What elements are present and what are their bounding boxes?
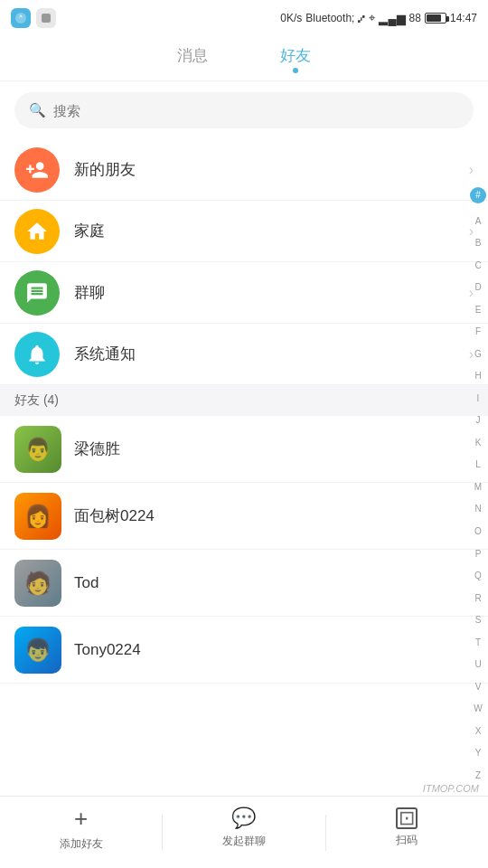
friend-avatar-tony: 👦 [14, 627, 61, 674]
alpha-hash[interactable]: # [470, 187, 486, 203]
group-chat-avatar [14, 270, 60, 316]
alpha-g[interactable]: G [474, 350, 482, 359]
alpha-r[interactable]: R [474, 594, 481, 603]
network-speed: 0K/s [280, 12, 302, 24]
alpha-y[interactable]: Y [475, 749, 482, 758]
menu-item-group-chat[interactable]: 群聊 › [0, 262, 488, 324]
time-display: 14:47 [450, 12, 477, 24]
tab-friends[interactable]: 好友 [280, 45, 311, 71]
friend-avatar-mianbao: 👩 [14, 493, 61, 540]
alpha-p[interactable]: P [475, 550, 482, 559]
group-chat-label: 群聊 [74, 282, 469, 303]
friend-item-mianbao[interactable]: 👩 面包树0224 [0, 483, 488, 550]
friend-avatar-tod: 🧑 [14, 560, 61, 607]
alpha-s[interactable]: S [475, 616, 482, 625]
alpha-j[interactable]: J [476, 416, 481, 425]
alpha-q[interactable]: Q [474, 571, 482, 580]
tab-messages[interactable]: 消息 [177, 45, 208, 71]
scan-icon: ⊡ [396, 807, 418, 829]
nav-scan[interactable]: ⊡ 扫码 [326, 807, 488, 857]
alpha-z[interactable]: Z [475, 771, 481, 780]
alphabet-sidebar: # A B C D E F G H I J K L M N O P Q R S … [468, 181, 488, 787]
menu-item-new-friends[interactable]: 新的朋友 › [0, 139, 488, 201]
friend-item-tod[interactable]: 🧑 Tod [0, 550, 488, 617]
friend-list: 👨 梁德胜 👩 面包树0224 🧑 Tod 👦 Tony0224 [0, 416, 488, 684]
search-input[interactable] [53, 103, 459, 118]
svg-rect-1 [42, 14, 51, 23]
bluetooth-icon: ⑇ [358, 12, 365, 25]
friend-name-mianbao: 面包树0224 [74, 505, 155, 526]
bottom-nav: + 添加好友 💬 发起群聊 ⊡ 扫码 [0, 796, 488, 868]
family-label: 家庭 [74, 221, 469, 241]
app-icon-1 [11, 8, 31, 28]
bluetooth-icon: Bluetooth; [305, 12, 354, 24]
battery-icon [425, 13, 446, 24]
battery-percent: 88 [409, 12, 421, 24]
battery-fill [427, 14, 441, 22]
group-chat-nav-icon: 💬 [231, 807, 256, 830]
add-friend-icon: + [74, 805, 88, 833]
search-bar[interactable]: 🔍 [14, 92, 474, 128]
status-bar: 0K/s Bluetooth; ⑇ ⌖ ▂▄▆ 88 14:47 [0, 0, 488, 36]
alpha-n[interactable]: N [474, 505, 481, 514]
top-tabs: 消息 好友 [0, 36, 488, 81]
alpha-u[interactable]: U [474, 660, 481, 669]
menu-item-family[interactable]: 家庭 › [0, 201, 488, 262]
friend-name-tod: Tod [74, 574, 99, 592]
alpha-t[interactable]: T [475, 638, 481, 647]
alpha-a[interactable]: A [475, 217, 482, 226]
wifi-icon: ⌖ [369, 11, 375, 25]
system-notice-avatar [14, 332, 60, 377]
alpha-e[interactable]: E [475, 306, 482, 315]
friend-item-tony[interactable]: 👦 Tony0224 [0, 617, 488, 684]
alpha-w[interactable]: W [474, 704, 482, 713]
alpha-k[interactable]: K [475, 439, 482, 448]
alpha-m[interactable]: M [474, 483, 482, 492]
friends-section-header: 好友 (4) [0, 385, 488, 416]
status-right: 0K/s Bluetooth; ⑇ ⌖ ▂▄▆ 88 14:47 [280, 11, 477, 25]
family-avatar [14, 209, 60, 254]
signal-icon: ▂▄▆ [379, 12, 405, 25]
svg-point-0 [15, 13, 26, 24]
nav-group-chat[interactable]: 💬 发起群聊 [163, 807, 324, 858]
group-chat-nav-label: 发起群聊 [222, 834, 266, 849]
status-left [11, 8, 56, 28]
chevron-icon: › [469, 162, 474, 178]
new-friends-avatar [14, 147, 60, 193]
alpha-c[interactable]: C [474, 261, 481, 270]
new-friends-label: 新的朋友 [74, 159, 469, 180]
alpha-b[interactable]: B [475, 239, 482, 248]
friend-item-liang[interactable]: 👨 梁德胜 [0, 416, 488, 483]
alpha-i[interactable]: I [477, 394, 480, 403]
menu-item-system-notice[interactable]: 系统通知 › [0, 324, 488, 385]
alpha-l[interactable]: L [475, 460, 481, 469]
friend-avatar-liang: 👨 [14, 426, 61, 473]
menu-list: 新的朋友 › 家庭 › 群聊 › 系统通知 › [0, 139, 488, 385]
alpha-f[interactable]: F [475, 327, 481, 336]
alpha-h[interactable]: H [474, 372, 481, 381]
friend-name-liang: 梁德胜 [74, 439, 120, 459]
alpha-v[interactable]: V [475, 683, 482, 692]
scan-label: 扫码 [396, 833, 418, 848]
app-icon-2 [36, 8, 56, 28]
alpha-o[interactable]: O [474, 527, 482, 536]
friend-name-tony: Tony0224 [74, 641, 141, 659]
nav-add-friend[interactable]: + 添加好友 [0, 805, 162, 861]
add-friend-label: 添加好友 [60, 836, 103, 852]
search-icon: 🔍 [29, 102, 46, 118]
system-notice-label: 系统通知 [74, 344, 469, 364]
alpha-d[interactable]: D [474, 283, 481, 292]
alpha-x[interactable]: X [475, 727, 482, 736]
